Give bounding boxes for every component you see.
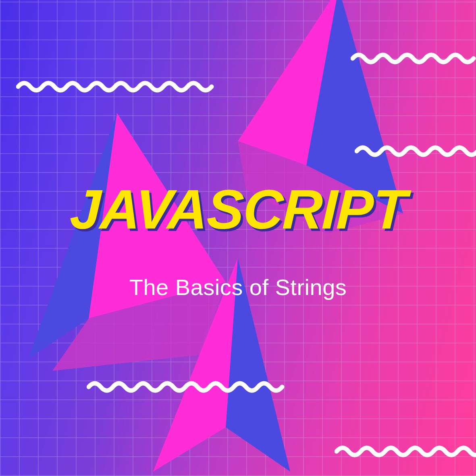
squiggle-mid-right-icon bbox=[355, 143, 476, 159]
squiggle-top-left-icon bbox=[16, 79, 218, 95]
main-title: JAVASCRIPT bbox=[0, 177, 476, 241]
squiggle-bottom-right-icon bbox=[335, 443, 476, 459]
squiggle-bottom-center-icon bbox=[87, 379, 288, 395]
squiggle-top-right-icon bbox=[351, 50, 476, 67]
subtitle: The Basics of Strings bbox=[0, 274, 476, 300]
